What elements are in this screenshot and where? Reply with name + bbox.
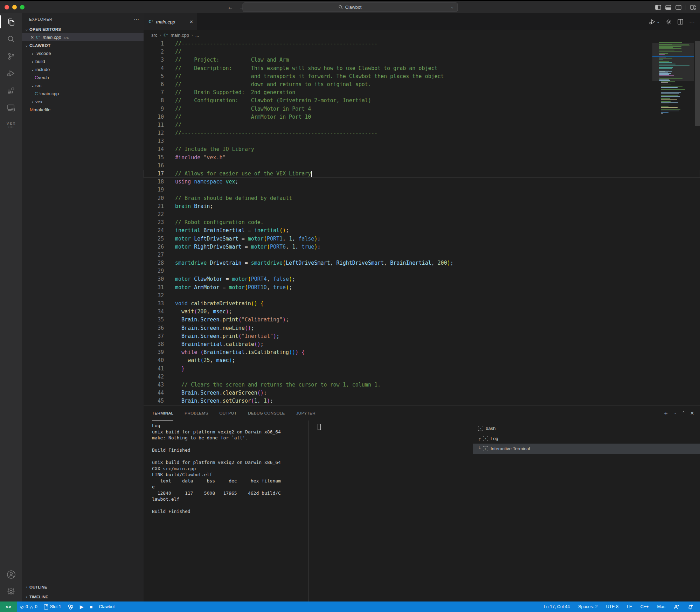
settings-gear-icon[interactable]: [666, 19, 672, 25]
code-line-45[interactable]: 45 Brain.Screen.setCursor(1, 1);: [144, 397, 700, 405]
editor-more-actions-icon[interactable]: ⋯: [689, 19, 695, 25]
breadcrumb-src[interactable]: src: [151, 33, 157, 38]
toggle-secondary-sidebar-icon[interactable]: [675, 5, 681, 10]
activity-bar-item-search[interactable]: [0, 30, 22, 48]
code-line-14[interactable]: 14// Include the IQ Library: [144, 145, 700, 153]
customize-layout-icon[interactable]: [690, 5, 696, 10]
code-line-22[interactable]: 22: [144, 210, 700, 218]
terminal-session-bash[interactable]: › bash: [473, 423, 700, 433]
terminal-session-log[interactable]: ┌› Log: [473, 433, 700, 444]
language-mode-status[interactable]: C++: [637, 604, 652, 609]
file-makefile[interactable]: Mmakefile: [22, 106, 144, 114]
terminal-output[interactable]: Log unix build for platform vexiq2 on Da…: [144, 420, 308, 601]
code-line-19[interactable]: 19: [144, 186, 700, 194]
code-line-17[interactable]: 17// Allows for easier use of the VEX Li…: [144, 170, 700, 178]
code-line-40[interactable]: 40 wait(25, msec);: [144, 356, 700, 364]
views-more-actions-icon[interactable]: ⋯: [134, 16, 139, 22]
code-line-28[interactable]: 28smartdrive Drivetrain = smartdrive(Lef…: [144, 259, 700, 267]
eol-status[interactable]: LF: [623, 604, 636, 609]
code-line-29[interactable]: 29: [144, 267, 700, 275]
activity-bar-item-explorer[interactable]: [0, 13, 22, 30]
activity-bar-item-source-control[interactable]: [0, 48, 22, 65]
code-line-1[interactable]: 1//-------------------------------------…: [144, 40, 700, 48]
panel-tab-output[interactable]: OUTPUT: [219, 405, 237, 420]
workspace-section[interactable]: ⌄ CLAWBOT: [22, 41, 144, 49]
activity-bar-item-extensions[interactable]: [0, 82, 22, 99]
activity-bar-item-run-and-debug[interactable]: [0, 65, 22, 82]
panel-tab-problems[interactable]: PROBLEMS: [185, 405, 208, 420]
breadcrumb-symbol[interactable]: ...: [195, 33, 199, 38]
code-line-31[interactable]: 31motor ArmMotor = motor(PORT10, true);: [144, 284, 700, 292]
code-line-37[interactable]: 37 Brain.Screen.print("Inertial");: [144, 332, 700, 340]
remote-indicator[interactable]: ><: [0, 601, 17, 612]
code-line-35[interactable]: 35 Brain.Screen.print("Calibrating");: [144, 316, 700, 324]
close-tab-icon[interactable]: ✕: [186, 19, 193, 25]
chevron-down-icon[interactable]: ⌄: [451, 5, 454, 9]
code-line-39[interactable]: 39 while (BrainInertial.isCalibrating())…: [144, 348, 700, 356]
run-program-button[interactable]: ▶: [77, 604, 87, 610]
problems-status[interactable]: ⊘0 △0: [17, 604, 41, 610]
code-line-24[interactable]: 24inertial BrainInertial = inertial();: [144, 227, 700, 235]
minimap[interactable]: [659, 42, 694, 114]
code-line-6[interactable]: 6// down and returns to its original spo…: [144, 81, 700, 89]
encoding-status[interactable]: UTF-8: [603, 604, 622, 609]
stop-program-button[interactable]: ■: [87, 604, 96, 610]
code-line-36[interactable]: 36 Brain.Screen.newLine();: [144, 324, 700, 332]
folder-include[interactable]: ⌄include: [22, 65, 144, 74]
code-line-5[interactable]: 5// and transports it forward. The Clawb…: [144, 72, 700, 81]
code-line-23[interactable]: 23// Robot configuration code.: [144, 218, 700, 227]
code-line-16[interactable]: 16: [144, 162, 700, 170]
code-line-3[interactable]: 3// Project: Claw and Arm: [144, 56, 700, 64]
folder--vscode[interactable]: ›.vscode: [22, 49, 144, 57]
code-line-21[interactable]: 21brain Brain;: [144, 202, 700, 210]
code-line-10[interactable]: 10// ArmMotor in Port 10: [144, 113, 700, 121]
code-line-34[interactable]: 34 wait(200, msec);: [144, 308, 700, 316]
code-editor[interactable]: 1//-------------------------------------…: [144, 40, 700, 405]
panel-tab-jupyter[interactable]: JUPYTER: [296, 405, 316, 420]
folder-vex[interactable]: ›vex: [22, 98, 144, 106]
code-line-4[interactable]: 4// Description: This example will show …: [144, 64, 700, 72]
panel-tab-debug-console[interactable]: DEBUG CONSOLE: [248, 405, 285, 420]
code-line-33[interactable]: 33void calibrateDrivetrain() {: [144, 300, 700, 308]
project-name-status[interactable]: Clawbot: [96, 604, 118, 609]
open-editors-section[interactable]: ⌄ OPEN EDITORS: [22, 25, 144, 33]
breadcrumb-file[interactable]: main.cpp: [171, 33, 189, 38]
code-line-42[interactable]: 42: [144, 373, 700, 381]
code-line-26[interactable]: 26motor RightDriveSmart = motor(PORT6, 1…: [144, 243, 700, 251]
zoom-window-button[interactable]: [20, 5, 25, 9]
folder-src[interactable]: ⌄src: [22, 82, 144, 90]
terminal-session-interactive-terminal[interactable]: └› Interactive Terminal: [473, 444, 700, 454]
run-or-debug-button[interactable]: ⌄: [649, 19, 660, 25]
file-vex-h[interactable]: Cvex.h: [22, 74, 144, 82]
timeline-section[interactable]: › TIMELINE: [22, 592, 144, 601]
command-center-search[interactable]: Clawbot ⌄: [242, 2, 458, 12]
activity-bar-item-account[interactable]: [0, 566, 22, 583]
toggle-panel-icon[interactable]: [665, 5, 671, 10]
code-line-8[interactable]: 8// Configuration: Clawbot (Drivetrain 2…: [144, 97, 700, 105]
activity-bar-item-vex[interactable]: vεx▪▪▪▪: [0, 116, 22, 133]
activity-bar-item-remote-explorer[interactable]: [0, 99, 22, 116]
code-line-7[interactable]: 7// Brain Supported: 2nd generation: [144, 89, 700, 97]
code-line-11[interactable]: 11//: [144, 121, 700, 129]
notifications-bell-icon[interactable]: [684, 604, 696, 610]
minimize-window-button[interactable]: [12, 5, 17, 9]
code-line-13[interactable]: 13: [144, 137, 700, 145]
folder-build[interactable]: ›build: [22, 57, 144, 65]
code-line-32[interactable]: 32: [144, 292, 700, 300]
close-window-button[interactable]: [5, 5, 9, 9]
terminal-dropdown-icon[interactable]: ⌄: [674, 411, 677, 415]
code-line-9[interactable]: 9// ClawMotor in Port 4: [144, 105, 700, 113]
cursor-position-status[interactable]: Ln 17, Col 44: [540, 604, 573, 609]
platform-status[interactable]: Mac: [653, 604, 669, 609]
code-line-41[interactable]: 41 }: [144, 365, 700, 373]
maximize-panel-icon[interactable]: ⌃: [682, 411, 685, 415]
code-line-43[interactable]: 43 // Clears the screen and returns the …: [144, 381, 700, 389]
activity-bar-item-settings[interactable]: [0, 583, 22, 600]
toggle-sidebar-icon[interactable]: [655, 5, 661, 10]
tab-main-cpp[interactable]: C⁺ main.cpp ✕: [144, 13, 197, 30]
open-editor-item[interactable]: ✕ C⁺ main.cpp src: [22, 33, 144, 41]
code-line-30[interactable]: 30motor ClawMotor = motor(PORT4, false);: [144, 275, 700, 283]
close-panel-icon[interactable]: ✕: [690, 410, 694, 416]
code-line-18[interactable]: 18using namespace vex;: [144, 178, 700, 186]
file-main-cpp[interactable]: C⁺main.cpp: [22, 90, 144, 98]
